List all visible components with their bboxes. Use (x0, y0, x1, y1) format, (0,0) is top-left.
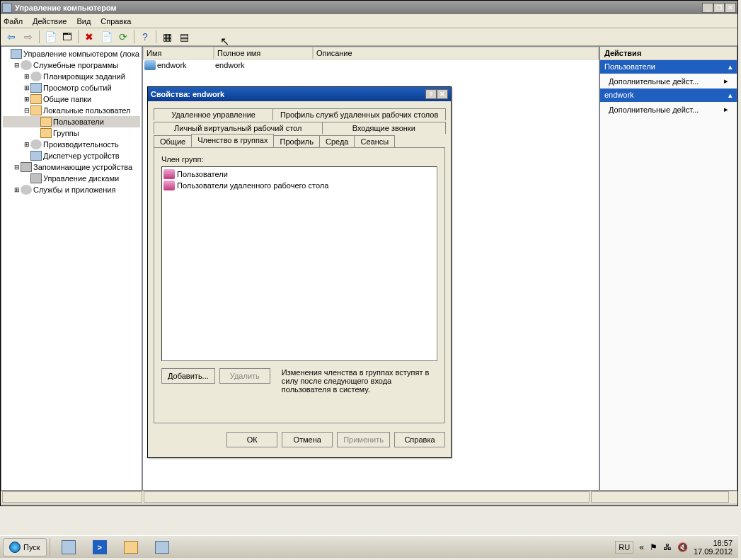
task-server-manager[interactable] (53, 538, 84, 556)
dialog-close-button[interactable]: ✕ (437, 89, 448, 99)
tree-local-users[interactable]: ⊟Локальные пользовател (3, 105, 140, 116)
powershell-icon: > (93, 540, 107, 554)
tab-profile[interactable]: Профиль (273, 135, 320, 147)
tab-sessions[interactable]: Сеансы (354, 135, 395, 147)
actions-header: Действия (600, 47, 737, 60)
forward-icon[interactable]: ⇨ (21, 29, 36, 45)
server-icon (62, 540, 76, 554)
tray-flag-icon[interactable]: ⚑ (650, 542, 657, 552)
toolbar: ⇦ ⇨ 📄 🗔 ✖ 📄 ⟳ ? ▦ ▤ (1, 28, 737, 46)
add-button[interactable]: Добавить... (161, 368, 215, 384)
col-description[interactable]: Описание (313, 47, 599, 59)
tree-scheduler[interactable]: ⊞Планировщик заданий (3, 71, 140, 82)
group-icon (163, 181, 175, 190)
tree-shared-folders[interactable]: ⊞Общие папки (3, 93, 140, 105)
actions-panel: Действия Пользователи▴ Дополнительные де… (599, 46, 737, 491)
view2-icon[interactable]: ▤ (176, 29, 192, 45)
task-compmgmt[interactable] (147, 538, 178, 556)
cancel-button[interactable]: Отмена (282, 432, 333, 447)
tree-services[interactable]: ⊞Службы и приложения (3, 184, 140, 195)
list-row-endwork[interactable]: endwork endwork (143, 59, 599, 71)
collapse-icon: ▴ (728, 62, 733, 72)
help-icon[interactable]: ? (137, 29, 153, 45)
arrow-right-icon: ▸ (724, 105, 728, 114)
list-header: Имя Полное имя Описание (143, 47, 599, 59)
app-icon (2, 3, 12, 13)
up-icon[interactable]: 📄 (42, 29, 58, 45)
group-icon (163, 169, 175, 179)
titlebar: Управление компьютером _ ❐ ✕ (1, 1, 737, 14)
view1-icon[interactable]: ▦ (159, 29, 175, 45)
col-name[interactable]: Имя (143, 47, 214, 59)
tab-calls[interactable]: Входящие звонки (322, 122, 447, 134)
dialog-title: Свойства: endwork (151, 90, 425, 98)
maximize-button[interactable]: ❐ (713, 3, 725, 13)
tab-env[interactable]: Среда (319, 135, 355, 147)
ok-button[interactable]: ОК (226, 432, 277, 447)
menu-action[interactable]: Действие (33, 17, 67, 25)
prop-icon[interactable]: 🗔 (59, 29, 75, 45)
tree-disk-mgmt[interactable]: Управление дисками (3, 173, 140, 184)
new-icon[interactable]: 📄 (98, 29, 114, 45)
tab-member[interactable]: Членство в группах (191, 134, 274, 147)
tray-net-icon[interactable]: 🖧 (663, 542, 672, 552)
tree-system-tools[interactable]: ⊟Служебные программы (3, 59, 140, 71)
member-list[interactable]: Пользователи Пользователи удаленного раб… (161, 166, 437, 361)
window-title: Управление компьютером (15, 4, 702, 12)
tray-chevron-icon[interactable]: « (639, 542, 644, 552)
member-label: Член групп: (161, 155, 437, 164)
menubar: Файл Действие Вид Справка (1, 14, 737, 28)
taskbar: Пуск > RU « ⚑ 🖧 🔇 18:57 17.09.2012 (0, 535, 738, 558)
close-button[interactable]: ✕ (725, 3, 736, 13)
tree-groups[interactable]: Группы (3, 127, 140, 139)
help-button[interactable]: Справка (394, 432, 445, 447)
properties-dialog: Свойства: endwork ? ✕ Удаленное управлен… (147, 86, 452, 458)
back-icon[interactable]: ⇦ (4, 29, 19, 45)
arrow-right-icon: ▸ (724, 76, 728, 86)
actions-more-endwork[interactable]: Дополнительные дейст...▸ (600, 102, 737, 117)
tree-root[interactable]: Управление компьютером (лока (3, 48, 140, 59)
tree-device-manager[interactable]: Диспетчер устройств (3, 150, 140, 161)
tab-remote[interactable]: Удаленное управление (154, 108, 273, 120)
tree-performance[interactable]: ⊞Производительность (3, 139, 140, 150)
collapse-icon: ▴ (728, 91, 733, 100)
tree-users[interactable]: Пользователи (3, 116, 140, 127)
tab-pvd[interactable]: Личный виртуальный рабочий стол (154, 122, 323, 134)
start-orb-icon (9, 542, 21, 553)
membership-note: Изменения членства в группах вступят в с… (282, 368, 437, 394)
dialog-titlebar: Свойства: endwork ? ✕ (148, 87, 451, 101)
menu-help[interactable]: Справка (100, 17, 131, 25)
refresh-icon[interactable]: ⟳ (115, 29, 131, 45)
task-powershell[interactable]: > (84, 538, 115, 556)
dialog-help-button[interactable]: ? (425, 89, 437, 99)
start-button[interactable]: Пуск (3, 538, 47, 556)
user-icon (144, 60, 156, 70)
statusbar (1, 491, 737, 503)
tab-rds-profile[interactable]: Профиль служб удаленных рабочих столов (272, 108, 446, 120)
actions-section-endwork[interactable]: endwork▴ (600, 88, 737, 102)
apply-button[interactable]: Применить (337, 432, 390, 447)
explorer-icon (124, 541, 138, 554)
actions-more-users[interactable]: Дополнительные дейст...▸ (600, 74, 737, 88)
task-explorer[interactable] (115, 538, 147, 556)
tree-storage[interactable]: ⊟Запоминающие устройства (3, 161, 140, 173)
menu-file[interactable]: Файл (4, 17, 23, 25)
menu-view[interactable]: Вид (76, 17, 91, 25)
tab-content: Член групп: Пользователи Пользователи уд… (154, 147, 445, 423)
tray-clock[interactable]: 18:57 17.09.2012 (694, 539, 735, 556)
tree-panel: Управление компьютером (лока ⊟Служебные … (1, 46, 142, 491)
tree-event-viewer[interactable]: ⊞Просмотр событий (3, 82, 140, 93)
tray-sound-icon[interactable]: 🔇 (677, 542, 688, 552)
actions-section-users[interactable]: Пользователи▴ (600, 60, 737, 74)
language-indicator[interactable]: RU (615, 541, 633, 554)
col-fullname[interactable]: Полное имя (214, 47, 313, 59)
minimize-button[interactable]: _ (702, 3, 713, 13)
tab-general[interactable]: Общие (154, 135, 192, 147)
group-item-rdp-users[interactable]: Пользователи удаленного рабочего стола (163, 180, 435, 191)
remove-button[interactable]: Удалить (219, 368, 270, 384)
compmgmt-icon (155, 541, 169, 554)
group-item-users[interactable]: Пользователи (163, 168, 435, 180)
delete-icon[interactable]: ✖ (81, 29, 97, 45)
